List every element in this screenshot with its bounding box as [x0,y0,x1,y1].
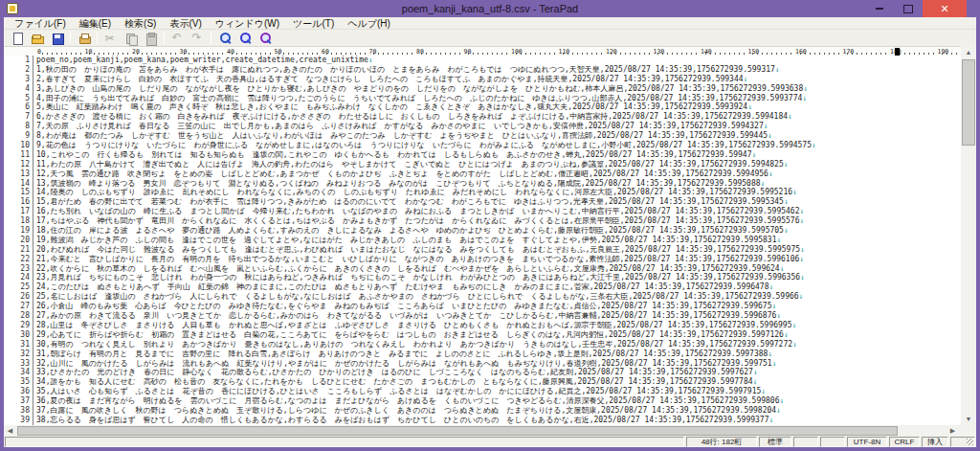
ruler-tick [928,53,929,55]
line-row[interactable]: 2423,月見れば ちぢにものこそ 悲しけれ わが身一つの 秋にはあらねど,つき… [4,273,961,282]
crlf-marker-icon: ↓ [792,188,797,196]
search-button[interactable] [214,31,234,46]
scroll-up-arrow-icon[interactable]: ▲ [961,46,976,58]
line-row[interactable]: 2120,わびぬれば 今はた同じ 難波なる みをつくしても 逢はむとぞ思ふ,わび… [4,245,961,255]
line-row[interactable]: 3332,山川に 風のかけたる しがらみは 流れもあへぬ 紅葉なりけり,やまがは… [4,359,961,369]
menu-検索[interactable]: 検索(S) [118,17,163,30]
ruler-tick [866,53,867,55]
menu-編集[interactable]: 編集(E) [73,17,118,30]
menu-ツール[interactable]: ツール(T) [286,17,341,30]
ruler-tick [478,53,479,55]
line-text: 3,あしびきの 山鳥の尾の しだり尾の ながながし夜を ひとりかも寝む,あしびき… [33,84,808,94]
crlf-marker-icon: ↓ [768,350,772,358]
save-file-button[interactable] [47,31,67,46]
horizontal-scrollbar[interactable]: ◀ ▶ [4,425,961,437]
line-row[interactable]: 3130,有明の つれなく見えし 別れより あかつきばかり 憂きものはなし,あり… [4,340,961,350]
ruler-tick [397,53,398,55]
status-panel-empty-2 [820,437,845,447]
line-row[interactable]: 3433,ひさかたの 光のどけき 春の日に 静心なく 花の散るらむ,ひさかたの … [4,368,961,377]
line-row[interactable]: 109,花の色は うつりにけりな いたづらに わが身世にふる ながめせしまに,は… [4,141,961,150]
vertical-scrollbar[interactable]: ▲ ▼ [961,46,976,425]
line-row[interactable]: 87,天の原 ふりさけ見れば 春日なる 三笠の山に 出でし月かも,あまのはら ふ… [4,122,961,131]
scroll-left-arrow-icon[interactable]: ◀ [4,425,16,437]
line-row[interactable]: 2827,みかの原 わきて流るる 泉川 いつ見きとてか 恋しかるらむ,みかのはら… [4,311,961,321]
search-next-button[interactable] [234,31,255,46]
vertical-scrollbar-thumb[interactable] [962,59,975,146]
scroll-right-arrow-icon[interactable]: ▶ [947,425,959,437]
line-row[interactable]: 1817,ちはやぶる 神代も聞かず 竜田川 からくれなゐに 水くくるとは,ちはや… [4,216,961,226]
line-row[interactable]: 2625,名にしおはば 逢坂山の さねかづら 人にしられで くるよしもがな,なに… [4,292,961,302]
ruler-tick [781,53,782,55]
ruler-tick [876,53,877,55]
menu-ヘルプ[interactable]: ヘルプ(H) [341,17,397,30]
paste-button[interactable] [141,31,161,46]
line-row[interactable]: 2726,小倉山 峰のもみぢ葉 心あらば 今ひとたびの みゆき待たなむ,をぐらや… [4,302,961,311]
search-prev-button[interactable] [255,31,275,46]
menu-ファイル[interactable]: ファイル(F) [8,17,73,30]
line-row[interactable]: 2524,このたびは ぬさもとりあへず 手向山 紅葉の錦 神のまにまに,このたび… [4,282,961,292]
ruler-tick [326,53,327,55]
line-row[interactable]: 43,あしびきの 山鳥の尾の しだり尾の ながながし夜を ひとりかも寝む,あしび… [4,84,961,94]
line-row[interactable]: 2928,山里は 冬ぞさびしさ まさりける 人目も草も かれぬと思へば,やまざと… [4,321,961,330]
line-number: 18 [4,216,33,226]
line-row[interactable]: 2221,今来むと 言ひしばかりに 長月の 有明の月を 待ち出でつるかな,いまこ… [4,255,961,264]
ruler-tick [540,53,541,55]
menu-表示[interactable]: 表示(V) [163,17,208,30]
maximize-button[interactable] [894,0,923,17]
line-row[interactable]: 1poem_no,poem_kanji,poem_kana,poem_write… [4,56,961,65]
ruler-tick [473,53,474,55]
line-row[interactable]: 1413,筑波嶺の 峰より落つる 男女川 恋ぞつもりて 淵となりぬる,つくばねの… [4,179,961,189]
ruler-tick [317,53,318,55]
ruler-tick [222,53,223,55]
line-row[interactable]: 32,春すぎて 夏来にけらし 白妙の 衣ほすてふ 天の香具山,はるすぎて なつき… [4,75,961,84]
line-number: 29 [4,321,33,330]
line-row[interactable]: 65,奥山に 紅葉踏みわけ 鳴く鹿の 声きく時ぞ 秋は悲しき,おくやまに もみぢ… [4,102,961,112]
new-file-button[interactable] [7,31,27,46]
line-row[interactable]: 76,かささぎの 渡せる橋に おく霜の 白きをみれば 夜ぞふけにける,かささぎの… [4,112,961,122]
ruler-tick [392,53,393,55]
ruler-label: 70 [369,48,377,56]
line-row[interactable]: 2322,吹くからに 秋の草木の しをるれば むべ山風を 嵐といふらむ,ふくから… [4,264,961,274]
line-row[interactable]: 1110,これやこの 行くも帰るも 別れては 知るも知らぬも 逢坂の関,これやこ… [4,150,961,160]
ruler-tick [246,53,247,55]
line-row[interactable]: 3534,誰をかも 知る人にせむ 高砂の 松も昔の 友ならなくに,たれをかも し… [4,377,961,387]
line-row[interactable]: 1211,わたの原 八十島かけて 漕ぎ出でぬと 人には告げよ 海人の釣舟,わたの… [4,160,961,169]
line-row[interactable]: 2019,難波潟 みじかき芦の ふしの間も 逢はでこの世を 過ぐしてよとや,なに… [4,236,961,245]
line-row[interactable]: 1514,陸奥の しのぶもぢずり 誰ゆゑに 乱れそめにし われならなくに,みちの… [4,188,961,197]
ruler-tick [686,53,687,55]
resize-grip[interactable] [950,437,975,447]
ruler-tick [232,53,233,55]
ruler-tick [805,53,806,55]
copy-button[interactable] [121,31,141,46]
horizontal-scrollbar-thumb[interactable] [17,426,898,436]
line-row[interactable]: 3736,夏の夜は まだ宵ながら 明けぬるを 雲のいづこに 月宿るらむ,なつのよ… [4,396,961,406]
line-row[interactable]: 98,わが庵は 都のたつみ しかぞすむ 世をうぢ山と 人はいふなり,わがいほは … [4,131,961,141]
line-row[interactable]: 3837,白露に 風の吹きしく 秋の野は つらぬきとめぬ 玉ぞ散りける,しらつゆ… [4,406,961,416]
line-row[interactable]: 1918,住の江の 岸による波 よるさへや 夢の通ひ路 人めよくらむ,すみのえの… [4,226,961,236]
line-text: 22,吹くからに 秋の草木の しをるれば むべ山風を 嵐といふらむ,ふくからに … [33,264,785,274]
ruler-tick [388,53,389,55]
redo-button[interactable] [188,31,208,46]
line-row[interactable]: 54,田子の浦に うち出でてみれば 白妙の 富士の高嶺に 雪は降りつつ,たごのう… [4,94,961,103]
scroll-down-arrow-icon[interactable]: ▼ [961,413,976,425]
open-file-button[interactable] [27,31,47,46]
undo-button[interactable] [167,31,188,46]
titlebar[interactable]: poem_kanji_kana_utf-8.csv - TeraPad ✕ [0,0,980,17]
editor-text-area[interactable]: 1poem_no,poem_kanji,poem_kana,poem_write… [4,56,961,425]
line-row[interactable]: 3029,心あてに 折らばや折らむ 初霜の 置きまどはせる 白菊の花,こころあて… [4,330,961,340]
cut-button[interactable] [100,31,121,46]
line-row[interactable]: 3231,朝ぼらけ 有明の月と 見るまでに 吉野の里に 降れる白雪,あさぼらけ … [4,350,961,359]
line-row[interactable]: 1615,君がため 春の野に出でて 若菜つむ わが衣手に 雪は降りつつ,きみがた… [4,197,961,207]
line-row[interactable]: 3635,人はいさ 心も知らず ふるさとは 花ぞ昔の 香ににほひける,ひとはいさ… [4,387,961,396]
menu-ウィンドウ[interactable]: ウィンドウ(W) [209,17,286,30]
line-row[interactable]: 21,秋の田の かりほの庵の 苫をあらみ わが衣手は 露にぬれつつ,あきのたの … [4,65,961,75]
line-number: 36 [4,387,33,396]
line-row[interactable]: 1716,たち別れ いなばの山の 峰に生ふる まつとし聞かば 今帰り来む,たちわ… [4,207,961,216]
line-row[interactable]: 1312,天つ風 雲の通ひ路 吹き閉ぢよ をとめの姿 しばしとどめむ,あまつかぜ… [4,169,961,179]
close-button[interactable]: ✕ [923,0,967,17]
line-number: 1 [4,56,33,65]
redo-icon [191,32,205,45]
print-button[interactable] [74,31,94,46]
line-row[interactable]: 3938,忘らるる 身をば思はず 誓ひてし 人の命の 惜しくもあるかな,わすらる… [4,416,961,425]
minimize-button[interactable] [865,0,894,17]
